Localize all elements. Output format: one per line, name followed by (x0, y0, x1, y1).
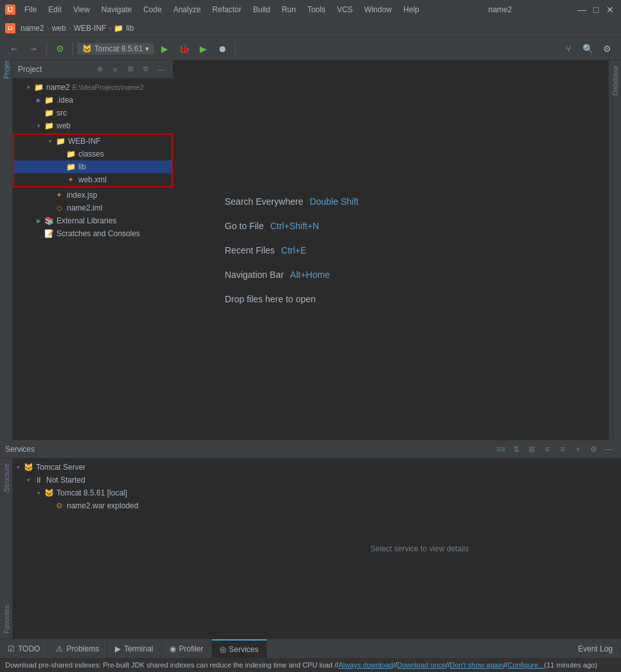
panel-hide-btn[interactable]: — (155, 63, 168, 76)
tree-item-webxml[interactable]: ✦ web.xml (14, 173, 171, 186)
tree-item-web[interactable]: ▾ 📁 web (13, 119, 173, 132)
menu-build[interactable]: Build (248, 4, 276, 15)
app-icon: IJ (5, 4, 15, 15)
project-tab-btn[interactable]: Project (1, 63, 12, 73)
tab-todo-label: TODO (18, 644, 40, 653)
tab-profiler[interactable]: ◉ Profiler (162, 639, 212, 658)
toolbar-search-btn[interactable]: 🔍 (579, 40, 597, 58)
structure-btn[interactable]: Structure (1, 458, 12, 497)
hint-search-everywhere: Search Everywhere Double Shift (225, 196, 358, 207)
services-empty-state: Select service to view details (218, 458, 621, 639)
tree-item-lib[interactable]: 📁 lib (14, 160, 171, 173)
folder-icon-web: 📁 (44, 121, 54, 131)
notif-download-once[interactable]: Download once (397, 661, 446, 669)
hint-search-label: Search Everywhere (225, 196, 303, 207)
tree-item-name2iml[interactable]: ◇ name2.iml (13, 202, 173, 214)
panel-collapse-btn[interactable]: ≡ (109, 63, 121, 76)
jsp-icon-indexjsp: ✦ (54, 190, 64, 200)
menu-view[interactable]: View (68, 4, 95, 15)
tree-arrow-name2: ▾ (23, 82, 33, 92)
menu-navigate[interactable]: Navigate (96, 4, 137, 15)
menu-run[interactable]: Run (277, 4, 301, 15)
toolbar-back-btn[interactable]: ← (5, 40, 23, 58)
menu-analyze[interactable]: Analyze (168, 4, 206, 15)
run-profile-btn[interactable]: ⏺ (213, 40, 231, 58)
services-btn-group[interactable]: ⊞ (525, 442, 539, 456)
menu-edit[interactable]: Edit (43, 4, 67, 15)
tree-label-webinf: WEB-INF (68, 137, 101, 146)
panel-settings-btn[interactable]: ⚙ (139, 63, 152, 76)
tab-services[interactable]: ◎ Services (212, 639, 267, 658)
menu-file[interactable]: File (19, 4, 42, 15)
tree-item-indexjsp[interactable]: ✦ index.jsp (13, 189, 173, 202)
nav-web[interactable]: web (52, 24, 66, 33)
tree-item-tomcat-server[interactable]: ▾ 🐱 Tomcat Server (13, 461, 218, 474)
menu-code[interactable]: Code (138, 4, 167, 15)
notif-configure[interactable]: Configure... (507, 661, 544, 669)
toolbar-fwd-btn[interactable]: → (24, 40, 42, 58)
tab-problems[interactable]: ⚠ Problems (48, 639, 107, 658)
toolbar-vcs-btn[interactable]: ⑂ (559, 40, 577, 58)
menu-refactor[interactable]: Refactor (207, 4, 247, 15)
toolbar-build-btn[interactable]: ⚙ (51, 40, 69, 58)
tree-item-classes[interactable]: 📁 classes (14, 148, 171, 160)
tree-item-not-started[interactable]: ▾ ⏸ Not Started (13, 474, 218, 487)
notif-dont-show[interactable]: Don't show again (450, 661, 503, 669)
hint-recent-shortcut: Ctrl+E (281, 245, 306, 255)
services-btn-add[interactable]: + (571, 442, 585, 456)
favorites-btn[interactable]: Favorites (1, 599, 12, 639)
tab-terminal[interactable]: ▶ Terminal (107, 639, 161, 658)
close-button[interactable]: ✕ (604, 4, 616, 15)
tree-item-webinf[interactable]: ▾ 📁 WEB-INF (14, 135, 171, 148)
maximize-button[interactable]: □ (590, 4, 602, 15)
services-btn-more[interactable]: ≡ (555, 442, 570, 456)
tab-profiler-label: Profiler (179, 644, 204, 653)
run-config-selector[interactable]: 🐱 Tomcat 8.5.61 ▾ (77, 43, 154, 55)
services-left-sidebar: Structure Favorites (0, 458, 13, 639)
run-button[interactable]: ▶ (155, 40, 173, 58)
tab-todo[interactable]: ☑ TODO (0, 639, 48, 658)
status-gray-icon: ⏸ (33, 475, 44, 485)
tree-label-web: web (57, 121, 71, 130)
menu-window[interactable]: Window (359, 4, 397, 15)
tree-item-extlibs[interactable]: ▶ 📚 External Libraries (13, 214, 173, 227)
folder-icon-name2: 📁 (33, 82, 44, 92)
services-btn-expand-all[interactable]: ≡≡ (494, 442, 508, 456)
tree-item-name2war[interactable]: ⚙ name2.war exploded (13, 499, 218, 512)
nav-name2[interactable]: name2 (21, 24, 44, 33)
notif-time: (11 minutes ago) (544, 661, 597, 669)
toolbar-settings-btn[interactable]: ⚙ (598, 40, 616, 58)
panel-expand-btn[interactable]: ⊞ (124, 63, 137, 76)
folder-icon-classes: 📁 (66, 149, 76, 159)
tree-item-name2[interactable]: ▾ 📁 name2 E:\IdeaProjects\name2 (13, 81, 173, 94)
folder-icon-lib: 📁 (66, 162, 76, 172)
tab-event-log[interactable]: Event Log (570, 644, 621, 653)
run-coverage-btn[interactable]: ▶ (194, 40, 212, 58)
hint-nav-shortcut: Alt+Home (290, 270, 330, 280)
nav-lib[interactable]: lib (126, 24, 134, 33)
tree-arrow-webinf: ▾ (45, 136, 55, 146)
iml-icon: ◇ (54, 203, 64, 213)
tree-item-src[interactable]: 📁 src (13, 107, 173, 119)
services-hide-btn[interactable]: — (602, 442, 616, 456)
hint-recent-label: Recent Files (225, 245, 275, 255)
tree-item-idea[interactable]: ▶ 📁 .idea (13, 94, 173, 107)
services-settings-btn[interactable]: ⚙ (586, 442, 600, 456)
services-btn-collapse-all[interactable]: ⇅ (509, 442, 523, 456)
nav-webinf[interactable]: WEB-INF (74, 24, 107, 33)
menu-vcs[interactable]: VCS (332, 4, 358, 15)
services-btn-filter[interactable]: ≡ (540, 442, 554, 456)
menu-help[interactable]: Help (398, 4, 424, 15)
minimize-button[interactable]: — (576, 4, 588, 15)
menu-tools[interactable]: Tools (302, 4, 331, 15)
services-panel: Services ≡≡ ⇅ ⊞ ≡ ≡ + ⚙ — Structure Favo… (0, 440, 621, 639)
tree-item-tomcat-instance[interactable]: ▾ 🐱 Tomcat 8.5.61 [local] (13, 487, 218, 499)
panel-locate-btn[interactable]: ⊕ (93, 63, 106, 76)
database-panel-btn[interactable]: Database (610, 60, 620, 101)
debug-button[interactable]: 🐞 (175, 40, 193, 58)
tree-item-scratches[interactable]: 📝 Scratches and Consoles (13, 227, 173, 240)
terminal-icon: ▶ (115, 644, 121, 653)
nav-sep1: › (47, 24, 49, 33)
toolbar-sep2 (73, 42, 73, 55)
notif-always-download[interactable]: Always download (338, 661, 393, 669)
